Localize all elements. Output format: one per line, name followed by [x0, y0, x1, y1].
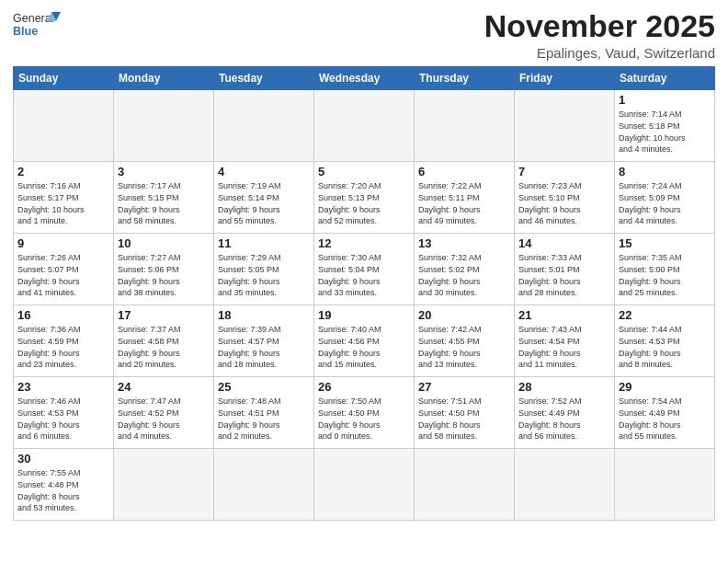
day-info: Sunrise: 7:39 AMSunset: 4:57 PMDaylight:… [218, 324, 310, 370]
calendar-cell: 9Sunrise: 7:26 AMSunset: 5:07 PMDaylight… [14, 234, 114, 305]
calendar-cell: 16Sunrise: 7:36 AMSunset: 4:59 PMDayligh… [14, 305, 114, 377]
week-row-4: 16Sunrise: 7:36 AMSunset: 4:59 PMDayligh… [14, 305, 715, 377]
calendar-cell: 10Sunrise: 7:27 AMSunset: 5:06 PMDayligh… [114, 234, 214, 305]
week-row-1: 1Sunrise: 7:14 AMSunset: 5:18 PMDaylight… [14, 90, 715, 162]
page: General Blue November 2025 Epalinges, Va… [0, 0, 728, 563]
day-info: Sunrise: 7:24 AMSunset: 5:09 PMDaylight:… [619, 180, 711, 226]
calendar-cell [515, 90, 615, 162]
day-info: Sunrise: 7:33 AMSunset: 5:01 PMDaylight:… [518, 252, 610, 298]
calendar-cell: 27Sunrise: 7:51 AMSunset: 4:50 PMDayligh… [415, 377, 515, 449]
day-number: 19 [318, 308, 410, 322]
header-day-thursday: Thursday [415, 67, 515, 90]
day-info: Sunrise: 7:16 AMSunset: 5:17 PMDaylight:… [17, 180, 109, 226]
calendar-cell: 15Sunrise: 7:35 AMSunset: 5:00 PMDayligh… [615, 234, 715, 305]
day-info: Sunrise: 7:40 AMSunset: 4:56 PMDaylight:… [318, 324, 410, 370]
day-info: Sunrise: 7:48 AMSunset: 4:51 PMDaylight:… [218, 396, 310, 442]
calendar-cell: 4Sunrise: 7:19 AMSunset: 5:14 PMDaylight… [214, 162, 314, 234]
calendar-cell [415, 90, 515, 162]
day-number: 28 [518, 380, 610, 394]
day-info: Sunrise: 7:14 AMSunset: 5:18 PMDaylight:… [619, 109, 711, 155]
calendar-cell: 2Sunrise: 7:16 AMSunset: 5:17 PMDaylight… [14, 162, 114, 234]
calendar-cell: 8Sunrise: 7:24 AMSunset: 5:09 PMDaylight… [615, 162, 715, 234]
calendar-cell: 24Sunrise: 7:47 AMSunset: 4:52 PMDayligh… [114, 377, 214, 449]
calendar-cell: 21Sunrise: 7:43 AMSunset: 4:54 PMDayligh… [515, 305, 615, 377]
general-blue-logo-icon: General Blue [13, 9, 61, 42]
week-row-6: 30Sunrise: 7:55 AMSunset: 4:48 PMDayligh… [14, 449, 715, 521]
day-number: 2 [17, 165, 109, 178]
svg-text:General: General [13, 12, 53, 25]
day-info: Sunrise: 7:54 AMSunset: 4:49 PMDaylight:… [619, 396, 711, 442]
calendar-cell [114, 90, 214, 162]
header-day-monday: Monday [114, 67, 214, 90]
month-title: November 2025 [484, 9, 715, 43]
calendar-cell: 28Sunrise: 7:52 AMSunset: 4:49 PMDayligh… [515, 377, 615, 449]
day-number: 6 [418, 165, 510, 178]
day-number: 13 [418, 236, 510, 250]
day-number: 21 [518, 308, 610, 322]
calendar-cell [314, 90, 415, 162]
header-day-saturday: Saturday [615, 67, 715, 90]
day-info: Sunrise: 7:44 AMSunset: 4:53 PMDaylight:… [619, 324, 711, 370]
day-number: 15 [619, 236, 711, 250]
day-info: Sunrise: 7:52 AMSunset: 4:49 PMDaylight:… [518, 396, 610, 442]
calendar-cell: 5Sunrise: 7:20 AMSunset: 5:13 PMDaylight… [314, 162, 415, 234]
day-info: Sunrise: 7:26 AMSunset: 5:07 PMDaylight:… [17, 252, 109, 298]
day-info: Sunrise: 7:32 AMSunset: 5:02 PMDaylight:… [418, 252, 510, 298]
calendar-cell [14, 90, 114, 162]
day-info: Sunrise: 7:17 AMSunset: 5:15 PMDaylight:… [118, 180, 210, 226]
day-number: 29 [619, 380, 711, 394]
calendar-cell [314, 449, 415, 521]
day-info: Sunrise: 7:30 AMSunset: 5:04 PMDaylight:… [318, 252, 410, 298]
header: General Blue November 2025 Epalinges, Va… [13, 9, 715, 61]
header-day-wednesday: Wednesday [314, 67, 415, 90]
calendar-cell [415, 449, 515, 521]
day-info: Sunrise: 7:19 AMSunset: 5:14 PMDaylight:… [218, 180, 310, 226]
day-number: 16 [17, 308, 109, 322]
calendar-cell [114, 449, 214, 521]
header-day-friday: Friday [515, 67, 615, 90]
calendar-cell: 6Sunrise: 7:22 AMSunset: 5:11 PMDaylight… [415, 162, 515, 234]
day-info: Sunrise: 7:42 AMSunset: 4:55 PMDaylight:… [418, 324, 510, 370]
calendar-cell [515, 449, 615, 521]
day-info: Sunrise: 7:23 AMSunset: 5:10 PMDaylight:… [518, 180, 610, 226]
day-info: Sunrise: 7:36 AMSunset: 4:59 PMDaylight:… [17, 324, 109, 370]
calendar-cell: 20Sunrise: 7:42 AMSunset: 4:55 PMDayligh… [415, 305, 515, 377]
day-info: Sunrise: 7:29 AMSunset: 5:05 PMDaylight:… [218, 252, 310, 298]
day-info: Sunrise: 7:37 AMSunset: 4:58 PMDaylight:… [118, 324, 210, 370]
day-number: 22 [619, 308, 711, 322]
day-info: Sunrise: 7:43 AMSunset: 4:54 PMDaylight:… [518, 324, 610, 370]
day-number: 3 [118, 165, 210, 178]
calendar-cell: 7Sunrise: 7:23 AMSunset: 5:10 PMDaylight… [515, 162, 615, 234]
calendar-cell [214, 449, 314, 521]
calendar-cell: 26Sunrise: 7:50 AMSunset: 4:50 PMDayligh… [314, 377, 415, 449]
calendar-cell: 11Sunrise: 7:29 AMSunset: 5:05 PMDayligh… [214, 234, 314, 305]
header-row: SundayMondayTuesdayWednesdayThursdayFrid… [14, 67, 715, 90]
day-number: 11 [218, 236, 310, 250]
day-info: Sunrise: 7:47 AMSunset: 4:52 PMDaylight:… [118, 396, 210, 442]
day-info: Sunrise: 7:27 AMSunset: 5:06 PMDaylight:… [118, 252, 210, 298]
week-row-3: 9Sunrise: 7:26 AMSunset: 5:07 PMDaylight… [14, 234, 715, 305]
day-number: 17 [118, 308, 210, 322]
calendar-cell: 19Sunrise: 7:40 AMSunset: 4:56 PMDayligh… [314, 305, 415, 377]
day-info: Sunrise: 7:22 AMSunset: 5:11 PMDaylight:… [418, 180, 510, 226]
day-number: 1 [619, 93, 711, 107]
day-info: Sunrise: 7:55 AMSunset: 4:48 PMDaylight:… [17, 467, 109, 513]
day-number: 26 [318, 380, 410, 394]
day-number: 4 [218, 165, 310, 178]
day-info: Sunrise: 7:50 AMSunset: 4:50 PMDaylight:… [318, 396, 410, 442]
day-number: 14 [518, 236, 610, 250]
calendar-cell: 14Sunrise: 7:33 AMSunset: 5:01 PMDayligh… [515, 234, 615, 305]
calendar-cell: 25Sunrise: 7:48 AMSunset: 4:51 PMDayligh… [214, 377, 314, 449]
week-row-2: 2Sunrise: 7:16 AMSunset: 5:17 PMDaylight… [14, 162, 715, 234]
day-number: 5 [318, 165, 410, 178]
calendar-cell: 3Sunrise: 7:17 AMSunset: 5:15 PMDaylight… [114, 162, 214, 234]
calendar-cell: 12Sunrise: 7:30 AMSunset: 5:04 PMDayligh… [314, 234, 415, 305]
day-number: 27 [418, 380, 510, 394]
calendar-cell [214, 90, 314, 162]
calendar-table: SundayMondayTuesdayWednesdayThursdayFrid… [13, 66, 715, 521]
day-number: 24 [118, 380, 210, 394]
day-number: 9 [17, 236, 109, 250]
svg-text:Blue: Blue [13, 25, 38, 38]
day-info: Sunrise: 7:20 AMSunset: 5:13 PMDaylight:… [318, 180, 410, 226]
calendar-cell: 17Sunrise: 7:37 AMSunset: 4:58 PMDayligh… [114, 305, 214, 377]
